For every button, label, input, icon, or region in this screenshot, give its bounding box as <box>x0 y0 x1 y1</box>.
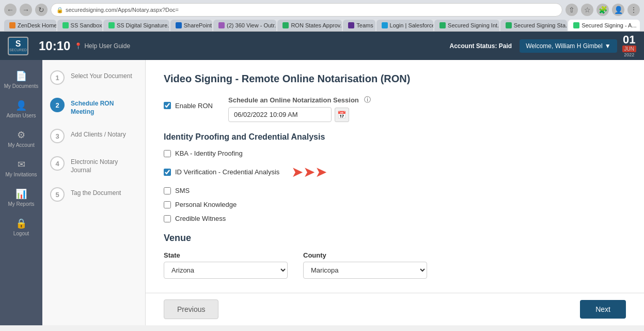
tab-ss-sandbox[interactable]: SS Sandbox <box>57 20 102 31</box>
sidebar-item-my-documents[interactable]: 📄 My Documents <box>0 65 42 95</box>
extension-button[interactable]: 🧩 <box>596 4 609 16</box>
tab-360[interactable]: (2) 360 View - Outr... <box>213 20 276 31</box>
state-select[interactable]: Arizona California Florida Nevada Texas <box>164 262 288 279</box>
step-2-label: Schedule RON Meeting <box>71 98 137 116</box>
tab-ss-digital[interactable]: SS Digital Signature... <box>103 20 169 31</box>
steps-panel: 1 Select Your Document 2 Schedule RON Me… <box>42 60 146 325</box>
enable-ron-row: Enable RON <box>164 102 213 110</box>
step-5-label: Tag the Document <box>71 187 121 198</box>
red-arrow: ➤➤➤ <box>291 163 327 180</box>
sidebar-item-my-reports[interactable]: 📊 My Reports <box>0 183 42 213</box>
reports-icon: 📊 <box>15 188 27 200</box>
sidebar-item-my-invitations[interactable]: ✉ My Invitations <box>0 154 42 183</box>
next-button[interactable]: Next <box>580 300 626 319</box>
step-2-circle: 2 <box>50 98 65 112</box>
step-2: 2 Schedule RON Meeting <box>50 98 137 116</box>
county-select[interactable]: Maricopa Pima Pinal Coconino Yavapai <box>303 262 427 279</box>
welcome-button[interactable]: Welcome, William H Gimbel ▼ <box>520 39 617 53</box>
welcome-label: Welcome, William H Gimbel <box>526 42 602 50</box>
calendar-icon[interactable]: 📅 <box>335 108 349 122</box>
app: S SECURED 10:10 📍 Help User Guide Accoun… <box>0 32 644 325</box>
account-status-value: Paid <box>499 42 512 50</box>
admin-icon: 👤 <box>15 100 27 111</box>
personal-knowledge-label: Personal Knowledge <box>175 201 237 208</box>
tab-ss-sta[interactable]: Secured Signing Sta... <box>500 20 567 31</box>
back-button[interactable]: ← <box>4 4 17 16</box>
venue-title: Venue <box>164 233 626 244</box>
sidebar-label-admin-users: Admin Users <box>6 113 36 119</box>
url-text: securedsigning.com/Apps/Notary.aspx?Doc= <box>66 7 179 13</box>
datetime-input[interactable] <box>228 107 332 122</box>
county-label: County <box>303 251 427 259</box>
tab-ss-active[interactable]: Secured Signing - A... × <box>568 20 640 31</box>
tab-salesforce[interactable]: Login | Salesforce <box>376 20 434 31</box>
step-5: 5 Tag the Document <box>50 187 137 202</box>
reload-button[interactable]: ↻ <box>35 4 48 16</box>
step-4: 4 Electronic Notary Journal <box>50 156 137 174</box>
state-field: State Arizona California Florida Nevada … <box>164 251 288 279</box>
tab-ss-int[interactable]: Secured Signing Int... <box>434 20 499 31</box>
date-num: 01 <box>623 34 635 46</box>
share-button[interactable]: ⇧ <box>566 4 578 16</box>
profile-button[interactable]: 👤 <box>612 4 624 16</box>
kba-label: KBA - Identity Proofing <box>175 149 243 157</box>
step-3: 3 Add Clients / Notary <box>50 129 137 143</box>
id-verification-label: ID Verification - Credential Analysis <box>175 168 279 176</box>
tab-ron[interactable]: RON States Approv... <box>277 20 342 31</box>
sidebar-item-logout[interactable]: 🔒 Logout <box>0 213 42 242</box>
account-status: Account Status: Paid <box>449 42 512 50</box>
sidebar-label-my-account: My Account <box>8 142 35 148</box>
sidebar-label-my-reports: My Reports <box>8 201 34 207</box>
schedule-label-row: Schedule an Online Notarization Session … <box>228 95 371 104</box>
date-year: 2022 <box>624 52 634 57</box>
main-content: 📄 My Documents 👤 Admin Users ⚙ My Accoun… <box>0 60 644 325</box>
browser-toolbar: ← → ↻ 🔒 securedsigning.com/Apps/Notary.a… <box>4 3 640 17</box>
state-label: State <box>164 251 288 259</box>
sms-row: SMS <box>164 187 626 194</box>
document-icon: 📄 <box>15 70 27 82</box>
forward-button[interactable]: → <box>20 4 32 16</box>
bottom-bar: Previous Next <box>146 293 644 325</box>
personal-knowledge-row: Personal Knowledge <box>164 201 626 208</box>
address-bar[interactable]: 🔒 securedsigning.com/Apps/Notary.aspx?Do… <box>51 3 562 17</box>
id-verification-row: ID Verification - Credential Analysis ➤➤… <box>164 163 626 180</box>
step-3-label: Add Clients / Notary <box>71 129 126 139</box>
menu-button[interactable]: ⋮ <box>627 4 640 16</box>
tab-zendesk[interactable]: ZenDesk Home <box>4 20 56 31</box>
step-1-label: Select Your Document <box>71 70 132 81</box>
sidebar: 📄 My Documents 👤 Admin Users ⚙ My Accoun… <box>0 60 42 325</box>
sms-checkbox[interactable] <box>164 187 171 194</box>
browser-chrome: ← → ↻ 🔒 securedsigning.com/Apps/Notary.a… <box>0 0 644 32</box>
step-1-circle: 1 <box>50 70 65 85</box>
content-area: Video Signing - Remote Online Notarisati… <box>146 60 644 293</box>
kba-row: KBA - Identity Proofing <box>164 149 626 157</box>
step-4-circle: 4 <box>50 156 65 171</box>
help-guide-label: Help User Guide <box>84 42 130 50</box>
tab-teams[interactable]: Teams <box>343 20 375 31</box>
id-verification-checkbox[interactable] <box>164 169 171 176</box>
logout-icon: 🔒 <box>15 218 27 229</box>
dropdown-arrow: ▼ <box>605 42 611 50</box>
step-3-circle: 3 <box>50 129 65 143</box>
lock-icon: 🔒 <box>56 7 64 13</box>
enable-ron-checkbox[interactable] <box>164 102 171 109</box>
step-4-label: Electronic Notary Journal <box>71 156 137 174</box>
sidebar-item-my-account[interactable]: ⚙ My Account <box>0 124 42 154</box>
county-field: County Maricopa Pima Pinal Coconino Yava… <box>303 251 427 279</box>
bookmark-button[interactable]: ☆ <box>581 4 593 16</box>
kba-checkbox[interactable] <box>164 150 171 157</box>
date-month: JUN <box>622 46 636 52</box>
help-guide[interactable]: 📍 Help User Guide <box>74 42 130 50</box>
credible-witness-row: Credible Witness <box>164 215 626 222</box>
schedule-label: Schedule an Online Notarization Session <box>228 96 359 104</box>
previous-button[interactable]: Previous <box>164 299 218 319</box>
credible-witness-checkbox[interactable] <box>164 215 171 222</box>
tab-sharepoint[interactable]: SharePoint <box>170 20 212 31</box>
logo-area: S SECURED <box>8 37 28 55</box>
sidebar-label-logout: Logout <box>13 231 29 237</box>
enable-ron-label[interactable]: Enable RON <box>175 102 213 110</box>
step-5-circle: 5 <box>50 187 65 202</box>
sidebar-item-admin-users[interactable]: 👤 Admin Users <box>0 95 42 124</box>
personal-knowledge-checkbox[interactable] <box>164 201 171 208</box>
invitations-icon: ✉ <box>18 159 25 170</box>
